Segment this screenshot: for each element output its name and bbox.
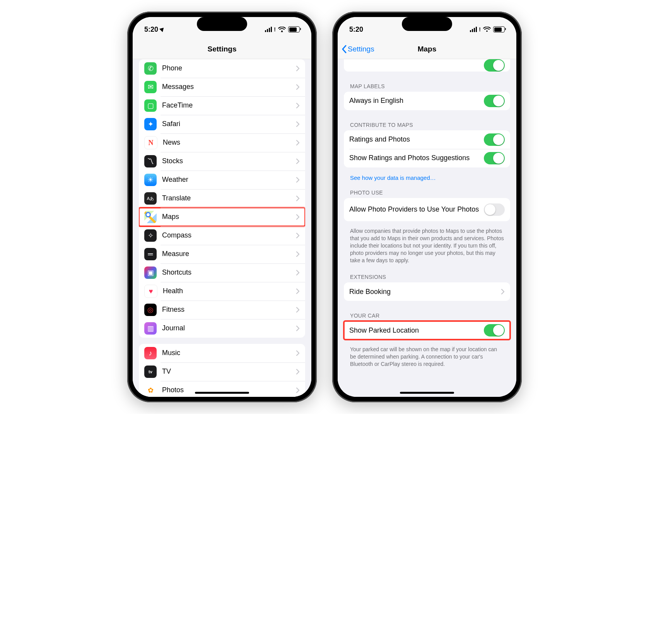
health-icon: ♥ xyxy=(144,285,157,298)
row-label: Measure xyxy=(162,250,296,258)
settings-row-maps[interactable]: Maps xyxy=(139,208,305,226)
row-label: Allow Photo Providers to Use Your Photos xyxy=(349,205,484,214)
row-label: Compass xyxy=(162,231,296,240)
chevron-right-icon xyxy=(296,350,300,356)
row-label: Translate xyxy=(162,194,296,203)
row-label: Always in English xyxy=(349,97,484,105)
chevron-right-icon xyxy=(296,158,300,164)
settings-row-news[interactable]: NNews xyxy=(139,133,305,152)
link-data-managed[interactable]: See how your data is managed… xyxy=(338,171,516,181)
settings-row-messages[interactable]: ✉Messages xyxy=(139,78,305,96)
section-header-map-labels: MAP LABELS xyxy=(338,75,516,92)
row-show-parked-location[interactable]: Show Parked Location xyxy=(344,321,510,340)
settings-row-translate[interactable]: AあTranslate xyxy=(139,189,305,208)
iphone-frame-left: 5:20 ! Settings ✆Phone✉Messages▢FaceTime… xyxy=(127,12,317,402)
compass-icon: ✧ xyxy=(144,229,157,242)
section-header-extensions: EXTENSIONS xyxy=(338,265,516,282)
group-map-labels: Always in English xyxy=(344,92,510,110)
row-label: Show Parked Location xyxy=(349,326,484,335)
toggle-always-english[interactable] xyxy=(484,95,505,107)
settings-row-music[interactable]: ♪Music xyxy=(139,344,305,362)
journal-icon: ▥ xyxy=(144,322,157,335)
screen-left: 5:20 ! Settings ✆Phone✉Messages▢FaceTime… xyxy=(133,17,311,397)
battery-icon xyxy=(288,26,300,32)
toggle-ratings-suggestions[interactable] xyxy=(484,152,505,164)
section-header-photo-use: PHOTO USE xyxy=(338,181,516,198)
chevron-right-icon xyxy=(296,140,300,146)
toggle-ratings-photos[interactable] xyxy=(484,133,505,146)
chevron-right-icon xyxy=(296,251,300,257)
chevron-right-icon xyxy=(296,121,300,127)
stocks-icon: 〽 xyxy=(144,155,157,167)
settings-row-photos[interactable]: ✿Photos xyxy=(139,381,305,397)
row-label: Ride Booking xyxy=(349,288,501,296)
toggle[interactable] xyxy=(484,59,505,72)
settings-row-compass[interactable]: ✧Compass xyxy=(139,226,305,245)
row-allow-photo-providers[interactable]: Allow Photo Providers to Use Your Photos xyxy=(344,198,510,221)
dynamic-island xyxy=(402,17,452,31)
settings-row-journal[interactable]: ▥Journal xyxy=(139,319,305,338)
partial-row[interactable] xyxy=(344,59,510,72)
cell-signal-icon xyxy=(265,27,272,32)
section-header-contribute: CONTRIBUTE TO MAPS xyxy=(338,113,516,130)
row-ratings-photos[interactable]: Ratings and Photos xyxy=(344,130,510,149)
svg-point-1 xyxy=(486,31,488,32)
chevron-right-icon xyxy=(296,177,300,183)
row-label: Maps xyxy=(162,213,296,221)
settings-row-weather[interactable]: ☀Weather xyxy=(139,171,305,189)
settings-scroll[interactable]: ✆Phone✉Messages▢FaceTime✦SafariNNews〽Sto… xyxy=(133,59,311,397)
previous-group-peek xyxy=(344,59,510,72)
fitness-icon: ◎ xyxy=(144,304,157,316)
settings-row-phone[interactable]: ✆Phone xyxy=(139,59,305,78)
row-label: Ratings and Photos xyxy=(349,135,484,144)
settings-row-stocks[interactable]: 〽Stocks xyxy=(139,152,305,171)
home-indicator[interactable] xyxy=(195,392,249,394)
phone-icon: ✆ xyxy=(144,62,157,75)
screen-right: 5:20 ! Settings Maps xyxy=(338,17,516,397)
page-title: Settings xyxy=(208,45,237,53)
chevron-right-icon xyxy=(296,270,300,276)
settings-row-tv[interactable]: tvTV xyxy=(139,362,305,381)
signal-alert-icon: ! xyxy=(274,26,276,32)
chevron-right-icon xyxy=(296,387,300,393)
safari-icon: ✦ xyxy=(144,118,157,130)
chevron-right-icon xyxy=(296,214,300,220)
nav-bar: Settings xyxy=(133,39,311,59)
translate-icon: Aあ xyxy=(144,192,157,205)
battery-icon xyxy=(493,26,505,32)
settings-row-measure[interactable]: ═Measure xyxy=(139,245,305,263)
chevron-right-icon xyxy=(296,369,300,375)
wifi-icon xyxy=(483,27,491,32)
chevron-right-icon xyxy=(296,102,300,109)
toggle-parked-location[interactable] xyxy=(484,324,505,337)
settings-row-shortcuts[interactable]: ▣Shortcuts xyxy=(139,263,305,282)
settings-row-fitness[interactable]: ◎Fitness xyxy=(139,301,305,319)
row-always-english[interactable]: Always in English xyxy=(344,92,510,110)
svg-point-0 xyxy=(281,31,283,32)
settings-row-health[interactable]: ♥Health xyxy=(139,282,305,301)
wifi-icon xyxy=(278,27,286,32)
row-label: TV xyxy=(162,367,296,376)
row-label: FaceTime xyxy=(162,101,296,110)
row-show-ratings-suggestions[interactable]: Show Ratings and Photos Suggestions xyxy=(344,149,510,167)
home-indicator[interactable] xyxy=(400,392,454,394)
row-label: Shortcuts xyxy=(162,268,296,277)
row-label: Fitness xyxy=(162,306,296,314)
toggle-photo-providers[interactable] xyxy=(484,203,505,216)
settings-row-safari[interactable]: ✦Safari xyxy=(139,115,305,133)
row-label: News xyxy=(163,138,296,147)
maps-settings-scroll[interactable]: MAP LABELS Always in English CONTRIBUTE … xyxy=(338,59,516,397)
row-ride-booking[interactable]: Ride Booking xyxy=(344,282,510,301)
clock: 5:20 xyxy=(144,26,158,34)
row-label: Journal xyxy=(162,324,296,333)
back-button[interactable]: Settings xyxy=(342,39,374,59)
chevron-right-icon xyxy=(296,84,300,90)
chevron-right-icon xyxy=(296,307,300,313)
group-photo-use: Allow Photo Providers to Use Your Photos xyxy=(344,198,510,221)
iphone-frame-right: 5:20 ! Settings Maps xyxy=(332,12,522,402)
chevron-right-icon xyxy=(296,195,300,202)
photos-icon: ✿ xyxy=(144,384,157,396)
weather-icon: ☀ xyxy=(144,174,157,186)
music-icon: ♪ xyxy=(144,347,157,359)
settings-row-facetime[interactable]: ▢FaceTime xyxy=(139,96,305,115)
